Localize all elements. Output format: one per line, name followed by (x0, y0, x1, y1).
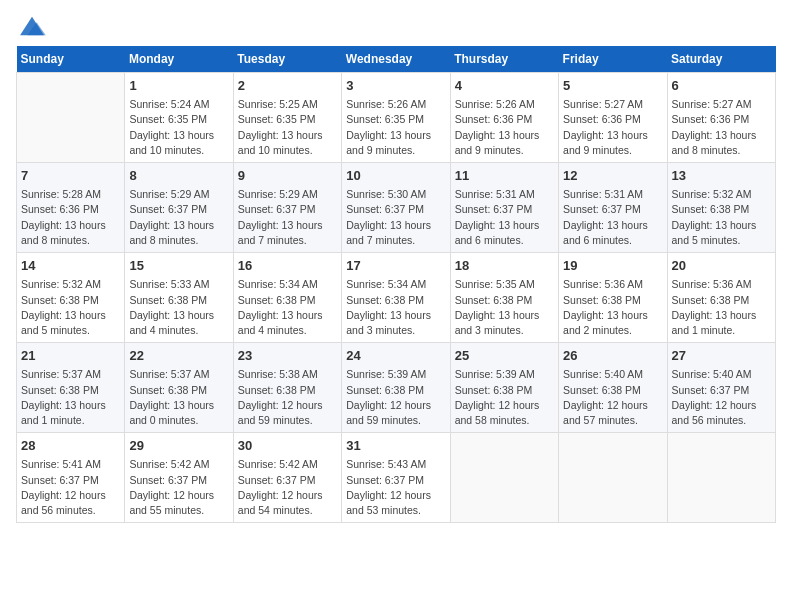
day-header-tuesday: Tuesday (233, 46, 341, 73)
day-number: 17 (346, 257, 445, 275)
day-number: 22 (129, 347, 228, 365)
day-info: Sunrise: 5:29 AM Sunset: 6:37 PM Dayligh… (238, 187, 337, 248)
day-info: Sunrise: 5:25 AM Sunset: 6:35 PM Dayligh… (238, 97, 337, 158)
day-info: Sunrise: 5:35 AM Sunset: 6:38 PM Dayligh… (455, 277, 554, 338)
day-header-saturday: Saturday (667, 46, 775, 73)
page-header (16, 16, 776, 38)
calendar-cell: 29Sunrise: 5:42 AM Sunset: 6:37 PM Dayli… (125, 433, 233, 523)
day-number: 8 (129, 167, 228, 185)
logo (16, 16, 46, 38)
calendar-cell: 22Sunrise: 5:37 AM Sunset: 6:38 PM Dayli… (125, 343, 233, 433)
day-number: 11 (455, 167, 554, 185)
calendar-cell: 6Sunrise: 5:27 AM Sunset: 6:36 PM Daylig… (667, 73, 775, 163)
day-number: 25 (455, 347, 554, 365)
day-info: Sunrise: 5:36 AM Sunset: 6:38 PM Dayligh… (563, 277, 662, 338)
calendar-cell (17, 73, 125, 163)
day-number: 7 (21, 167, 120, 185)
calendar-cell: 16Sunrise: 5:34 AM Sunset: 6:38 PM Dayli… (233, 253, 341, 343)
day-info: Sunrise: 5:39 AM Sunset: 6:38 PM Dayligh… (346, 367, 445, 428)
calendar-cell: 24Sunrise: 5:39 AM Sunset: 6:38 PM Dayli… (342, 343, 450, 433)
calendar-cell: 1Sunrise: 5:24 AM Sunset: 6:35 PM Daylig… (125, 73, 233, 163)
day-number: 5 (563, 77, 662, 95)
day-number: 29 (129, 437, 228, 455)
calendar-cell: 27Sunrise: 5:40 AM Sunset: 6:37 PM Dayli… (667, 343, 775, 433)
day-header-wednesday: Wednesday (342, 46, 450, 73)
day-info: Sunrise: 5:24 AM Sunset: 6:35 PM Dayligh… (129, 97, 228, 158)
day-info: Sunrise: 5:38 AM Sunset: 6:38 PM Dayligh… (238, 367, 337, 428)
day-number: 20 (672, 257, 771, 275)
day-number: 13 (672, 167, 771, 185)
week-row-5: 28Sunrise: 5:41 AM Sunset: 6:37 PM Dayli… (17, 433, 776, 523)
calendar-cell: 13Sunrise: 5:32 AM Sunset: 6:38 PM Dayli… (667, 163, 775, 253)
day-header-sunday: Sunday (17, 46, 125, 73)
day-info: Sunrise: 5:31 AM Sunset: 6:37 PM Dayligh… (455, 187, 554, 248)
logo-icon (18, 15, 46, 37)
calendar-cell (667, 433, 775, 523)
day-number: 31 (346, 437, 445, 455)
day-number: 4 (455, 77, 554, 95)
calendar-cell: 20Sunrise: 5:36 AM Sunset: 6:38 PM Dayli… (667, 253, 775, 343)
calendar-cell: 19Sunrise: 5:36 AM Sunset: 6:38 PM Dayli… (559, 253, 667, 343)
day-number: 21 (21, 347, 120, 365)
calendar-cell (450, 433, 558, 523)
day-number: 23 (238, 347, 337, 365)
day-number: 19 (563, 257, 662, 275)
day-number: 30 (238, 437, 337, 455)
day-info: Sunrise: 5:34 AM Sunset: 6:38 PM Dayligh… (346, 277, 445, 338)
calendar-cell: 28Sunrise: 5:41 AM Sunset: 6:37 PM Dayli… (17, 433, 125, 523)
day-info: Sunrise: 5:37 AM Sunset: 6:38 PM Dayligh… (129, 367, 228, 428)
day-number: 10 (346, 167, 445, 185)
day-info: Sunrise: 5:32 AM Sunset: 6:38 PM Dayligh… (672, 187, 771, 248)
day-info: Sunrise: 5:42 AM Sunset: 6:37 PM Dayligh… (238, 457, 337, 518)
day-number: 12 (563, 167, 662, 185)
day-number: 15 (129, 257, 228, 275)
day-info: Sunrise: 5:42 AM Sunset: 6:37 PM Dayligh… (129, 457, 228, 518)
day-info: Sunrise: 5:37 AM Sunset: 6:38 PM Dayligh… (21, 367, 120, 428)
days-header-row: SundayMondayTuesdayWednesdayThursdayFrid… (17, 46, 776, 73)
calendar-cell: 21Sunrise: 5:37 AM Sunset: 6:38 PM Dayli… (17, 343, 125, 433)
day-number: 1 (129, 77, 228, 95)
calendar-cell: 10Sunrise: 5:30 AM Sunset: 6:37 PM Dayli… (342, 163, 450, 253)
day-number: 3 (346, 77, 445, 95)
day-info: Sunrise: 5:29 AM Sunset: 6:37 PM Dayligh… (129, 187, 228, 248)
week-row-4: 21Sunrise: 5:37 AM Sunset: 6:38 PM Dayli… (17, 343, 776, 433)
day-info: Sunrise: 5:40 AM Sunset: 6:37 PM Dayligh… (672, 367, 771, 428)
day-header-friday: Friday (559, 46, 667, 73)
day-number: 28 (21, 437, 120, 455)
day-number: 18 (455, 257, 554, 275)
day-info: Sunrise: 5:43 AM Sunset: 6:37 PM Dayligh… (346, 457, 445, 518)
day-number: 26 (563, 347, 662, 365)
calendar-cell: 31Sunrise: 5:43 AM Sunset: 6:37 PM Dayli… (342, 433, 450, 523)
day-info: Sunrise: 5:30 AM Sunset: 6:37 PM Dayligh… (346, 187, 445, 248)
calendar-cell: 11Sunrise: 5:31 AM Sunset: 6:37 PM Dayli… (450, 163, 558, 253)
calendar-table: SundayMondayTuesdayWednesdayThursdayFrid… (16, 46, 776, 523)
day-number: 2 (238, 77, 337, 95)
day-number: 24 (346, 347, 445, 365)
week-row-2: 7Sunrise: 5:28 AM Sunset: 6:36 PM Daylig… (17, 163, 776, 253)
calendar-cell: 7Sunrise: 5:28 AM Sunset: 6:36 PM Daylig… (17, 163, 125, 253)
day-info: Sunrise: 5:27 AM Sunset: 6:36 PM Dayligh… (563, 97, 662, 158)
day-info: Sunrise: 5:34 AM Sunset: 6:38 PM Dayligh… (238, 277, 337, 338)
calendar-cell: 2Sunrise: 5:25 AM Sunset: 6:35 PM Daylig… (233, 73, 341, 163)
week-row-3: 14Sunrise: 5:32 AM Sunset: 6:38 PM Dayli… (17, 253, 776, 343)
day-info: Sunrise: 5:36 AM Sunset: 6:38 PM Dayligh… (672, 277, 771, 338)
calendar-cell: 17Sunrise: 5:34 AM Sunset: 6:38 PM Dayli… (342, 253, 450, 343)
day-info: Sunrise: 5:28 AM Sunset: 6:36 PM Dayligh… (21, 187, 120, 248)
day-info: Sunrise: 5:27 AM Sunset: 6:36 PM Dayligh… (672, 97, 771, 158)
calendar-cell: 5Sunrise: 5:27 AM Sunset: 6:36 PM Daylig… (559, 73, 667, 163)
calendar-cell: 3Sunrise: 5:26 AM Sunset: 6:35 PM Daylig… (342, 73, 450, 163)
calendar-cell: 8Sunrise: 5:29 AM Sunset: 6:37 PM Daylig… (125, 163, 233, 253)
day-info: Sunrise: 5:40 AM Sunset: 6:38 PM Dayligh… (563, 367, 662, 428)
calendar-cell (559, 433, 667, 523)
calendar-cell: 14Sunrise: 5:32 AM Sunset: 6:38 PM Dayli… (17, 253, 125, 343)
day-number: 6 (672, 77, 771, 95)
calendar-cell: 30Sunrise: 5:42 AM Sunset: 6:37 PM Dayli… (233, 433, 341, 523)
calendar-cell: 4Sunrise: 5:26 AM Sunset: 6:36 PM Daylig… (450, 73, 558, 163)
calendar-cell: 18Sunrise: 5:35 AM Sunset: 6:38 PM Dayli… (450, 253, 558, 343)
day-header-thursday: Thursday (450, 46, 558, 73)
day-info: Sunrise: 5:41 AM Sunset: 6:37 PM Dayligh… (21, 457, 120, 518)
day-number: 14 (21, 257, 120, 275)
calendar-cell: 26Sunrise: 5:40 AM Sunset: 6:38 PM Dayli… (559, 343, 667, 433)
day-number: 9 (238, 167, 337, 185)
calendar-cell: 12Sunrise: 5:31 AM Sunset: 6:37 PM Dayli… (559, 163, 667, 253)
